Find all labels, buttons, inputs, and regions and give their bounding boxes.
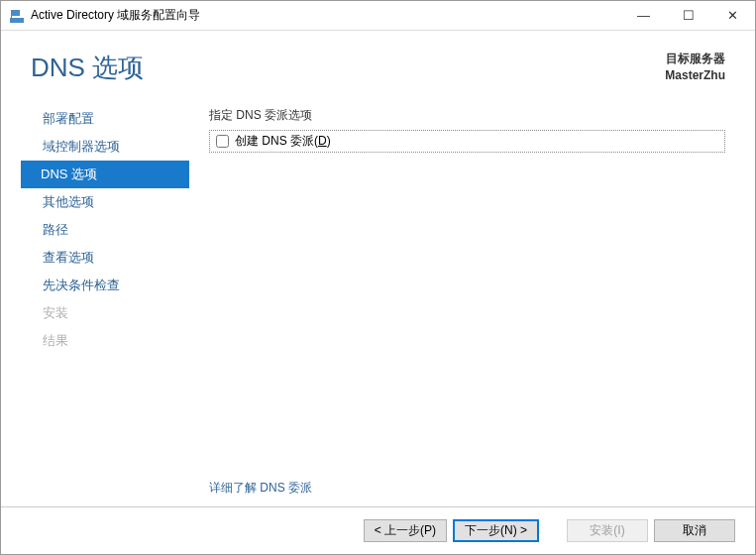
titlebar: Active Directory 域服务配置向导 — ☐ ✕: [1, 1, 755, 31]
step-domain-controller-options[interactable]: 域控制器选项: [31, 133, 189, 161]
header-row: DNS 选项 目标服务器 MasterZhu: [31, 51, 725, 85]
step-deployment-config[interactable]: 部署配置: [31, 105, 189, 133]
step-review-options[interactable]: 查看选项: [31, 244, 189, 272]
target-server-block: 目标服务器 MasterZhu: [665, 51, 725, 84]
maximize-button[interactable]: ☐: [666, 1, 710, 30]
step-install: 安装: [31, 299, 189, 327]
learn-more-row: 详细了解 DNS 委派: [209, 470, 725, 506]
step-dns-options[interactable]: DNS 选项: [21, 161, 189, 188]
page-title: DNS 选项: [31, 51, 144, 85]
create-dns-delegation-label: 创建 DNS 委派(D): [235, 133, 331, 150]
window-title: Active Directory 域服务配置向导: [31, 7, 621, 24]
wizard-steps-sidebar: 部署配置 域控制器选项 DNS 选项 其他选项 路径 查看选项 先决条件检查 安…: [31, 105, 189, 506]
target-server-name: MasterZhu: [665, 67, 725, 84]
target-server-label: 目标服务器: [665, 51, 725, 67]
step-other-options[interactable]: 其他选项: [31, 188, 189, 216]
content-area: DNS 选项 目标服务器 MasterZhu 部署配置 域控制器选项 DNS 选…: [1, 31, 755, 506]
svg-rect-0: [10, 18, 24, 23]
step-results: 结果: [31, 327, 189, 355]
close-button[interactable]: ✕: [710, 1, 755, 30]
create-dns-delegation-checkbox[interactable]: [216, 135, 229, 148]
create-dns-delegation-row[interactable]: 创建 DNS 委派(D): [209, 130, 725, 153]
svg-rect-2: [11, 10, 12, 20]
dns-delegation-section-label: 指定 DNS 委派选项: [209, 107, 725, 124]
learn-more-link[interactable]: 详细了解 DNS 委派: [209, 481, 312, 495]
step-prerequisites-check[interactable]: 先决条件检查: [31, 272, 189, 299]
main-panel: 指定 DNS 委派选项 创建 DNS 委派(D) 详细了解 DNS 委派: [209, 105, 725, 506]
footer-buttons: < 上一步(P) 下一步(N) > 安装(I) 取消: [1, 506, 755, 554]
main-row: 部署配置 域控制器选项 DNS 选项 其他选项 路径 查看选项 先决条件检查 安…: [31, 105, 725, 506]
step-paths[interactable]: 路径: [31, 216, 189, 244]
button-gap: [545, 519, 561, 542]
install-button: 安装(I): [567, 519, 648, 542]
window-controls: — ☐ ✕: [621, 1, 755, 30]
next-button[interactable]: 下一步(N) >: [453, 519, 539, 542]
minimize-button[interactable]: —: [621, 1, 666, 30]
svg-rect-1: [11, 10, 20, 16]
server-flag-icon: [9, 8, 25, 24]
cancel-button[interactable]: 取消: [654, 519, 735, 542]
previous-button[interactable]: < 上一步(P): [364, 519, 447, 542]
